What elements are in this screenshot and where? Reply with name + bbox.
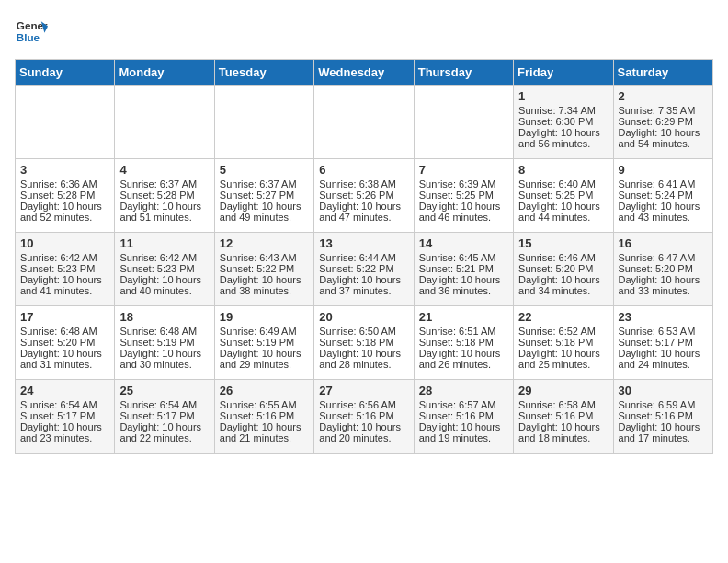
page-header: General Blue [15, 15, 713, 48]
calendar-cell: 14Sunrise: 6:45 AMSunset: 5:21 PMDayligh… [414, 233, 513, 306]
sunrise-text: Sunrise: 6:50 AM [319, 326, 408, 337]
daylight-text: Daylight: 10 hours and 19 minutes. [419, 421, 508, 443]
sunrise-text: Sunrise: 6:47 AM [619, 252, 708, 263]
calendar-cell: 4Sunrise: 6:37 AMSunset: 5:28 PMDaylight… [115, 159, 214, 233]
daylight-text: Daylight: 10 hours and 49 minutes. [220, 201, 309, 223]
sunset-text: Sunset: 5:27 PM [220, 190, 309, 201]
day-number: 12 [220, 236, 309, 250]
sunrise-text: Sunrise: 6:57 AM [419, 399, 508, 410]
calendar-cell: 21Sunrise: 6:51 AMSunset: 5:18 PMDayligh… [414, 306, 513, 380]
day-number: 22 [518, 310, 608, 324]
calendar-cell: 11Sunrise: 6:42 AMSunset: 5:23 PMDayligh… [115, 233, 214, 306]
day-number: 19 [220, 310, 309, 324]
sunset-text: Sunset: 5:20 PM [518, 263, 608, 274]
calendar-row: 17Sunrise: 6:48 AMSunset: 5:20 PMDayligh… [16, 306, 713, 380]
daylight-text: Daylight: 10 hours and 46 minutes. [419, 201, 508, 223]
sunset-text: Sunset: 5:20 PM [619, 263, 708, 274]
calendar-cell: 28Sunrise: 6:57 AMSunset: 5:16 PMDayligh… [414, 380, 513, 454]
header-row: SundayMondayTuesdayWednesdayThursdayFrid… [16, 60, 713, 86]
sunrise-text: Sunrise: 6:42 AM [20, 252, 109, 263]
day-of-week-header: Saturday [613, 60, 712, 86]
sunrise-text: Sunrise: 7:35 AM [619, 105, 708, 116]
day-number: 25 [119, 384, 209, 397]
day-number: 3 [20, 163, 109, 177]
calendar-cell: 30Sunrise: 6:59 AMSunset: 5:16 PMDayligh… [613, 380, 712, 454]
calendar-cell: 26Sunrise: 6:55 AMSunset: 5:16 PMDayligh… [214, 380, 313, 454]
day-number: 9 [619, 163, 708, 177]
calendar-row: 10Sunrise: 6:42 AMSunset: 5:23 PMDayligh… [16, 233, 713, 306]
calendar-cell: 15Sunrise: 6:46 AMSunset: 5:20 PMDayligh… [514, 233, 613, 306]
sunset-text: Sunset: 5:17 PM [20, 410, 109, 421]
sunrise-text: Sunrise: 6:36 AM [20, 178, 109, 190]
calendar-header: SundayMondayTuesdayWednesdayThursdayFrid… [16, 60, 713, 86]
day-number: 8 [518, 163, 608, 177]
day-number: 14 [419, 236, 508, 250]
calendar-cell: 18Sunrise: 6:48 AMSunset: 5:19 PMDayligh… [115, 306, 214, 380]
daylight-text: Daylight: 10 hours and 18 minutes. [518, 421, 608, 443]
calendar-cell: 1Sunrise: 7:34 AMSunset: 6:30 PMDaylight… [514, 86, 613, 159]
daylight-text: Daylight: 10 hours and 24 minutes. [619, 348, 708, 370]
sunset-text: Sunset: 5:18 PM [319, 337, 408, 348]
day-number: 20 [319, 310, 408, 324]
sunset-text: Sunset: 5:25 PM [419, 190, 508, 201]
calendar-cell: 16Sunrise: 6:47 AMSunset: 5:20 PMDayligh… [613, 233, 712, 306]
daylight-text: Daylight: 10 hours and 44 minutes. [518, 201, 608, 223]
calendar-cell: 23Sunrise: 6:53 AMSunset: 5:17 PMDayligh… [613, 306, 712, 380]
sunrise-text: Sunrise: 6:45 AM [419, 252, 508, 263]
day-number: 2 [619, 89, 708, 103]
day-number: 4 [119, 163, 209, 177]
calendar-cell: 8Sunrise: 6:40 AMSunset: 5:25 PMDaylight… [514, 159, 613, 233]
svg-text:Blue: Blue [17, 31, 40, 43]
daylight-text: Daylight: 10 hours and 17 minutes. [619, 421, 708, 443]
sunset-text: Sunset: 5:16 PM [419, 410, 508, 421]
sunrise-text: Sunrise: 6:37 AM [220, 178, 309, 190]
calendar-cell: 24Sunrise: 6:54 AMSunset: 5:17 PMDayligh… [16, 380, 115, 454]
calendar-row: 1Sunrise: 7:34 AMSunset: 6:30 PMDaylight… [16, 86, 713, 159]
calendar-row: 24Sunrise: 6:54 AMSunset: 5:17 PMDayligh… [16, 380, 713, 454]
daylight-text: Daylight: 10 hours and 37 minutes. [319, 274, 408, 296]
day-of-week-header: Friday [514, 60, 613, 86]
day-number: 27 [319, 384, 408, 397]
sunset-text: Sunset: 5:24 PM [619, 190, 708, 201]
sunrise-text: Sunrise: 6:58 AM [518, 399, 608, 410]
daylight-text: Daylight: 10 hours and 41 minutes. [20, 274, 109, 296]
day-number: 10 [20, 236, 109, 250]
calendar-cell: 22Sunrise: 6:52 AMSunset: 5:18 PMDayligh… [514, 306, 613, 380]
daylight-text: Daylight: 10 hours and 20 minutes. [319, 421, 408, 443]
sunset-text: Sunset: 5:22 PM [220, 263, 309, 274]
daylight-text: Daylight: 10 hours and 52 minutes. [20, 201, 109, 223]
daylight-text: Daylight: 10 hours and 25 minutes. [518, 348, 608, 370]
logo: General Blue [15, 15, 51, 48]
daylight-text: Daylight: 10 hours and 33 minutes. [619, 274, 708, 296]
daylight-text: Daylight: 10 hours and 40 minutes. [119, 274, 209, 296]
sunrise-text: Sunrise: 6:48 AM [20, 326, 109, 337]
sunset-text: Sunset: 5:22 PM [319, 263, 408, 274]
daylight-text: Daylight: 10 hours and 56 minutes. [518, 127, 608, 149]
sunrise-text: Sunrise: 7:34 AM [518, 105, 608, 116]
calendar-cell: 9Sunrise: 6:41 AMSunset: 5:24 PMDaylight… [613, 159, 712, 233]
sunset-text: Sunset: 5:28 PM [20, 190, 109, 201]
daylight-text: Daylight: 10 hours and 51 minutes. [119, 201, 209, 223]
sunrise-text: Sunrise: 6:59 AM [619, 399, 708, 410]
calendar-cell: 2Sunrise: 7:35 AMSunset: 6:29 PMDaylight… [613, 86, 712, 159]
daylight-text: Daylight: 10 hours and 54 minutes. [619, 127, 708, 149]
daylight-text: Daylight: 10 hours and 23 minutes. [20, 421, 109, 443]
sunset-text: Sunset: 5:18 PM [518, 337, 608, 348]
calendar-cell: 25Sunrise: 6:54 AMSunset: 5:17 PMDayligh… [115, 380, 214, 454]
logo-icon: General Blue [15, 15, 48, 48]
day-number: 13 [319, 236, 408, 250]
calendar-cell: 6Sunrise: 6:38 AMSunset: 5:26 PMDaylight… [314, 159, 414, 233]
sunset-text: Sunset: 5:16 PM [319, 410, 408, 421]
daylight-text: Daylight: 10 hours and 38 minutes. [220, 274, 309, 296]
day-number: 6 [319, 163, 408, 177]
calendar-cell: 7Sunrise: 6:39 AMSunset: 5:25 PMDaylight… [414, 159, 513, 233]
sunset-text: Sunset: 5:17 PM [119, 410, 209, 421]
sunrise-text: Sunrise: 6:39 AM [419, 178, 508, 190]
sunrise-text: Sunrise: 6:55 AM [220, 399, 309, 410]
daylight-text: Daylight: 10 hours and 31 minutes. [20, 348, 109, 370]
calendar-cell: 5Sunrise: 6:37 AMSunset: 5:27 PMDaylight… [214, 159, 313, 233]
calendar-cell: 13Sunrise: 6:44 AMSunset: 5:22 PMDayligh… [314, 233, 414, 306]
daylight-text: Daylight: 10 hours and 28 minutes. [319, 348, 408, 370]
day-number: 5 [220, 163, 309, 177]
day-number: 29 [518, 384, 608, 397]
